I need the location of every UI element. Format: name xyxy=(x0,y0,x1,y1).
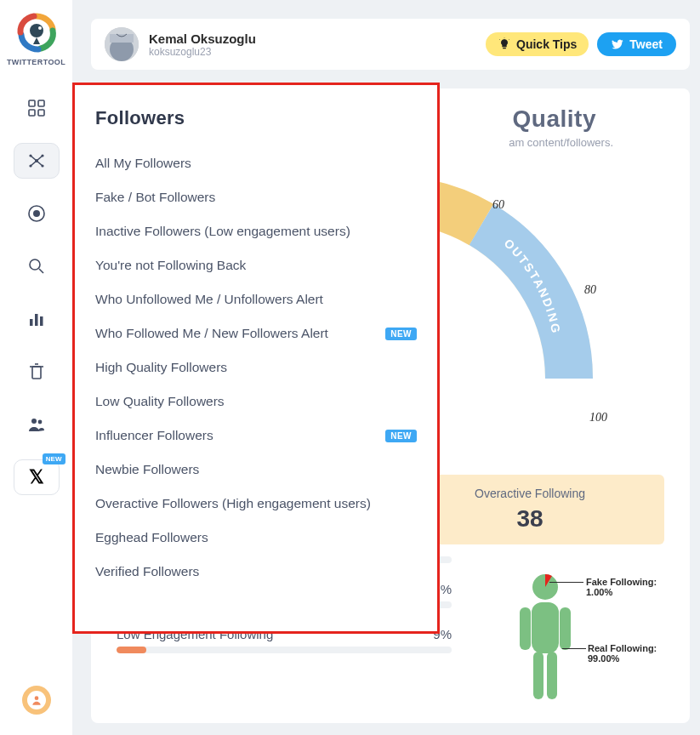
gauge-tick-100: 100 xyxy=(589,411,607,424)
flyout-item-label: All My Followers xyxy=(95,156,191,171)
svg-rect-5 xyxy=(38,110,44,116)
flyout-item-label: Egghead Followers xyxy=(95,530,208,545)
nav-network[interactable] xyxy=(14,143,60,179)
flyout-title: Followers xyxy=(95,107,417,129)
flyout-item-label: Low Quality Followers xyxy=(95,394,225,409)
svg-point-26 xyxy=(37,420,42,424)
svg-point-0 xyxy=(30,24,43,37)
flyout-item-label: Newbie Followers xyxy=(95,462,199,477)
gauge-tick-80: 80 xyxy=(584,283,596,296)
callout-fake: Fake Following: 1.00% xyxy=(586,577,664,597)
svg-rect-20 xyxy=(35,314,38,326)
twitter-icon xyxy=(611,37,624,51)
svg-point-1 xyxy=(38,26,42,30)
nav-dashboard[interactable] xyxy=(14,90,60,126)
svg-rect-40 xyxy=(547,652,557,699)
nav-people[interactable] xyxy=(14,407,60,442)
svg-rect-38 xyxy=(560,607,571,650)
person-icon xyxy=(511,570,579,706)
svg-rect-23 xyxy=(32,367,41,379)
app-logo xyxy=(15,12,58,54)
flyout-item[interactable]: Verified Followers xyxy=(95,555,417,589)
flyout-item[interactable]: Low Quality Followers xyxy=(95,385,417,419)
svg-rect-36 xyxy=(532,602,559,653)
svg-line-12 xyxy=(37,156,43,161)
quick-tips-label: Quick Tips xyxy=(516,37,577,51)
user-name: Kemal Oksuzoglu xyxy=(149,31,256,46)
flyout-item[interactable]: Influencer FollowersNEW xyxy=(95,419,417,453)
flyout-item-label: Verified Followers xyxy=(95,564,199,579)
svg-point-17 xyxy=(30,259,40,270)
flyout-item[interactable]: You're not Following Back xyxy=(95,248,417,282)
svg-point-16 xyxy=(33,210,40,217)
svg-point-27 xyxy=(34,696,38,700)
flyout-item[interactable]: Newbie Followers xyxy=(95,453,417,487)
svg-line-14 xyxy=(37,161,43,166)
flyout-item[interactable]: Who Unfollowed Me / Unfollowers Alert xyxy=(95,282,417,316)
flyout-item[interactable]: Who Followed Me / New Followers AlertNEW xyxy=(95,316,417,350)
nav-target[interactable] xyxy=(14,196,60,231)
svg-point-25 xyxy=(31,419,37,424)
gauge-tick-60: 60 xyxy=(492,198,504,211)
lightbulb-icon xyxy=(498,37,511,51)
flyout-list: All My FollowersFake / Bot FollowersInac… xyxy=(95,146,417,589)
header-card: Kemal Oksuzoglu koksuzoglu23 Quick Tips … xyxy=(91,19,690,70)
new-badge: NEW xyxy=(385,430,417,442)
flyout-item-label: Fake / Bot Followers xyxy=(95,190,215,205)
flyout-item[interactable]: Fake / Bot Followers xyxy=(95,180,417,214)
new-badge: NEW xyxy=(43,453,65,464)
flyout-item[interactable]: High Quality Followers xyxy=(95,350,417,385)
flyout-item-label: High Quality Followers xyxy=(95,360,227,375)
svg-rect-31 xyxy=(503,48,506,48)
nav-analytics[interactable] xyxy=(14,301,60,337)
svg-rect-39 xyxy=(533,652,543,699)
flyout-item-label: Influencer Followers xyxy=(95,428,213,443)
person-chart: Fake Following: 1.00% Real Following: 99… xyxy=(477,570,664,706)
flyout-item-label: Overactive Followers (High engagement us… xyxy=(95,496,371,511)
followers-flyout: Followers All My FollowersFake / Bot Fol… xyxy=(72,83,440,634)
svg-rect-19 xyxy=(30,319,33,326)
svg-line-34 xyxy=(509,39,509,40)
svg-rect-30 xyxy=(110,34,134,43)
brand-label: TWITTERTOOL xyxy=(7,58,65,66)
tweet-label: Tweet xyxy=(629,37,663,51)
user-handle: koksuzoglu23 xyxy=(149,46,256,58)
svg-line-11 xyxy=(31,156,37,161)
user-avatar[interactable] xyxy=(105,27,139,61)
tweet-button[interactable]: Tweet xyxy=(597,32,676,56)
svg-line-13 xyxy=(31,161,37,166)
svg-rect-4 xyxy=(29,110,35,116)
stat-value: 38 xyxy=(402,505,657,533)
flyout-item[interactable]: Egghead Followers xyxy=(95,521,417,555)
flyout-item-label: Inactive Followers (Low engagement users… xyxy=(95,224,350,239)
sidebar-avatar[interactable] xyxy=(22,686,51,715)
flyout-item-label: Who Followed Me / New Followers Alert xyxy=(95,326,328,341)
stat-label: Overactive Following xyxy=(402,487,657,500)
nav-search[interactable] xyxy=(14,248,60,284)
x-glyph: 𝕏 xyxy=(29,466,44,488)
nav-trash[interactable] xyxy=(14,354,60,390)
flyout-item-label: You're not Following Back xyxy=(95,258,246,273)
svg-rect-37 xyxy=(520,607,531,650)
callout-real: Real Following: 99.00% xyxy=(588,643,664,664)
nav-x[interactable]: 𝕏 NEW xyxy=(14,459,60,495)
flyout-item[interactable]: Overactive Followers (High engagement us… xyxy=(95,487,417,521)
avatar-inner xyxy=(27,691,46,709)
flyout-item[interactable]: All My Followers xyxy=(95,146,417,180)
svg-rect-2 xyxy=(29,100,35,106)
user-block: Kemal Oksuzoglu koksuzoglu23 xyxy=(149,31,256,58)
flyout-item[interactable]: Inactive Followers (Low engagement users… xyxy=(95,214,417,248)
flyout-item-label: Who Unfollowed Me / Unfollowers Alert xyxy=(95,292,323,307)
new-badge: NEW xyxy=(385,328,417,340)
svg-rect-21 xyxy=(40,316,43,326)
svg-rect-3 xyxy=(38,100,44,106)
sidebar: TWITTERTOOL 𝕏 NEW xyxy=(0,0,72,735)
svg-line-33 xyxy=(499,39,500,40)
svg-line-18 xyxy=(39,269,43,273)
quick-tips-button[interactable]: Quick Tips xyxy=(486,32,589,56)
